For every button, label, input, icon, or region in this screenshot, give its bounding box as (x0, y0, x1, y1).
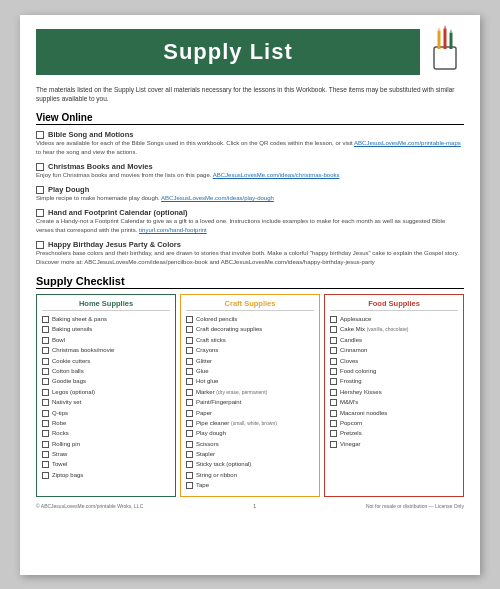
calendar-desc: Create a Handy-not a Footprint Calendar … (36, 217, 464, 235)
christmas-checkbox[interactable] (36, 163, 44, 171)
bible-song-desc: Videos are available for each of the Bib… (36, 139, 464, 157)
checkbox[interactable] (42, 337, 49, 344)
checkbox[interactable] (186, 347, 193, 354)
list-item: Vinegar (330, 440, 458, 448)
checkbox[interactable] (186, 378, 193, 385)
checkbox[interactable] (186, 399, 193, 406)
christmas-desc: Enjoy fun Christmas books and movies fro… (36, 171, 464, 180)
supply-checklist-section: Supply Checklist Home Supplies Baking sh… (36, 275, 464, 497)
svg-rect-0 (434, 47, 456, 69)
list-item: Cake Mix (vanilla, chocolate) (330, 325, 458, 333)
online-item-christmas: Christmas Books and Movies Enjoy fun Chr… (36, 162, 464, 180)
list-item: Bowl (42, 336, 170, 344)
checkbox[interactable] (186, 441, 193, 448)
checkbox[interactable] (186, 326, 193, 333)
checkbox[interactable] (330, 316, 337, 323)
checkbox[interactable] (42, 451, 49, 458)
checklist-grid: Home Supplies Baking sheet & pans Baking… (36, 294, 464, 497)
checkbox[interactable] (330, 410, 337, 417)
checkbox[interactable] (42, 378, 49, 385)
checkbox[interactable] (330, 441, 337, 448)
checkbox[interactable] (330, 347, 337, 354)
list-item: Christmas books/movie (42, 346, 170, 354)
online-item-playdough: Play Dough Simple recipe to make homemad… (36, 185, 464, 203)
list-item: Scissors (186, 440, 314, 448)
checkbox[interactable] (186, 337, 193, 344)
footer-left: © ABCJesusLovesMe.com/printable Wroks, L… (36, 503, 143, 509)
checkbox[interactable] (42, 358, 49, 365)
checkbox[interactable] (42, 316, 49, 323)
checkbox[interactable] (330, 337, 337, 344)
bible-song-link[interactable]: ABCJesusLovesMe.com/printable-maps (354, 140, 461, 146)
list-item: Ziptop bags (42, 471, 170, 479)
bible-song-checkbox[interactable] (36, 131, 44, 139)
list-item: Legos (optional) (42, 388, 170, 396)
list-item: Craft sticks (186, 336, 314, 344)
checkbox[interactable] (330, 378, 337, 385)
online-item-birthday: Happy Birthday Jesus Party & Colors Pres… (36, 240, 464, 267)
checkbox[interactable] (186, 410, 193, 417)
playdough-link[interactable]: ABCJesusLovesMe.com/ideas/play-dough (161, 195, 274, 201)
checkbox[interactable] (42, 368, 49, 375)
online-item-calendar: Hand and Footprint Calendar (optional) C… (36, 208, 464, 235)
view-online-section: View Online Bible Song and Motions Video… (36, 112, 464, 267)
checkbox[interactable] (42, 347, 49, 354)
list-item: Stapler (186, 450, 314, 458)
home-supplies-col: Home Supplies Baking sheet & pans Baking… (36, 294, 176, 497)
checkbox[interactable] (42, 441, 49, 448)
list-item: Pipe cleaner (small, white, brown) (186, 419, 314, 427)
list-item: Craft decorating supplies (186, 325, 314, 333)
checkbox[interactable] (330, 358, 337, 365)
list-item: Marker (dry erase, permanent) (186, 388, 314, 396)
footer: © ABCJesusLovesMe.com/printable Wroks, L… (36, 503, 464, 509)
list-item: Tape (186, 481, 314, 489)
page-number: 1 (253, 503, 256, 509)
list-item: Paint/Fingerpaint (186, 398, 314, 406)
checkbox[interactable] (186, 472, 193, 479)
checkbox[interactable] (42, 389, 49, 396)
list-item: Cinnamon (330, 346, 458, 354)
checkbox[interactable] (186, 430, 193, 437)
checkbox[interactable] (42, 399, 49, 406)
playdough-checkbox[interactable] (36, 186, 44, 194)
online-item-bible-song: Bible Song and Motions Videos are availa… (36, 130, 464, 157)
birthday-checkbox[interactable] (36, 241, 44, 249)
calendar-link[interactable]: tinyurl.com/hand-footprint (139, 227, 207, 233)
list-item: Food coloring (330, 367, 458, 375)
christmas-link[interactable]: ABCJesusLovesMe.com/ideas/christmas-book… (213, 172, 340, 178)
checkbox[interactable] (186, 368, 193, 375)
checkbox[interactable] (186, 358, 193, 365)
craft-supplies-header: Craft Supplies (186, 299, 314, 311)
checkbox[interactable] (186, 389, 193, 396)
calendar-checkbox[interactable] (36, 209, 44, 217)
checkbox[interactable] (330, 368, 337, 375)
checkbox[interactable] (42, 472, 49, 479)
checkbox[interactable] (330, 399, 337, 406)
checkbox[interactable] (42, 420, 49, 427)
checkbox[interactable] (186, 316, 193, 323)
checkbox[interactable] (330, 389, 337, 396)
checkbox[interactable] (330, 326, 337, 333)
header-area: Supply List (36, 29, 464, 79)
checkbox[interactable] (186, 420, 193, 427)
list-item: Nativity set (42, 398, 170, 406)
checkbox[interactable] (42, 326, 49, 333)
pencil-cup-icon (426, 25, 464, 79)
list-item: Hershey Kisses (330, 388, 458, 396)
checkbox[interactable] (330, 430, 337, 437)
svg-marker-6 (450, 29, 453, 33)
list-item: Candles (330, 336, 458, 344)
checkbox[interactable] (186, 451, 193, 458)
checkbox[interactable] (42, 461, 49, 468)
checkbox[interactable] (186, 482, 193, 489)
checkbox[interactable] (42, 410, 49, 417)
checkbox[interactable] (330, 420, 337, 427)
list-item: Robe (42, 419, 170, 427)
list-item: Applesauce (330, 315, 458, 323)
list-item: Cookie cutters (42, 357, 170, 365)
checklist-title: Supply Checklist (36, 275, 464, 289)
intro-text: The materials listed on the Supply List … (36, 85, 464, 105)
checkbox[interactable] (186, 461, 193, 468)
checkbox[interactable] (42, 430, 49, 437)
list-item: Towel (42, 460, 170, 468)
